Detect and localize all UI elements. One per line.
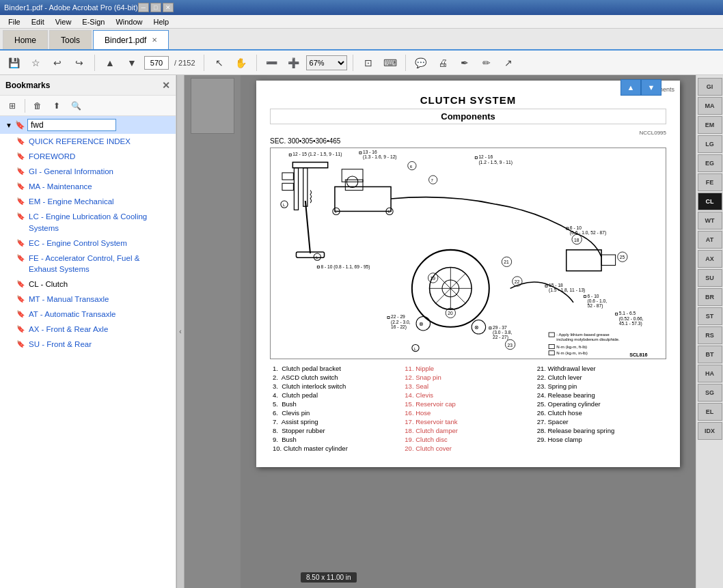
tab-tools[interactable]: Tools	[49, 30, 92, 49]
svg-text:N·m (kg·m, in-lb): N·m (kg·m, in-lb)	[556, 350, 588, 355]
pen2-button[interactable]: ✏	[477, 53, 496, 72]
comment-button[interactable]: 💬	[411, 53, 431, 72]
pdf-page-container[interactable]: ▲ ▼ Components CLUTCH SYSTEM Components …	[241, 75, 696, 588]
sidebar-close-button[interactable]: ✕	[162, 80, 170, 91]
right-btn-el[interactable]: EL	[698, 403, 722, 421]
save-button[interactable]: 💾	[4, 53, 23, 72]
right-btn-br[interactable]: BR	[698, 288, 722, 306]
prev-page-button[interactable]: ▲	[100, 53, 120, 72]
bookmark-label-11: AT - Automatic Transaxle	[29, 309, 115, 320]
zoom-in-button[interactable]: ➕	[284, 53, 303, 72]
part-8: 8. Stopper rubber	[273, 427, 399, 434]
share-button[interactable]: ↗	[499, 53, 518, 72]
sidebar-move-button[interactable]: ⬆	[49, 98, 65, 114]
right-btn-eg[interactable]: EG	[698, 154, 722, 172]
sidebar-add-button[interactable]: ⊞	[4, 98, 21, 114]
thumb-strip	[185, 75, 241, 588]
svg-text:(1.3 - 1.6, 9 - 12): (1.3 - 1.6, 9 - 12)	[363, 154, 397, 160]
nav-up-button[interactable]: ▲	[620, 79, 641, 96]
svg-text:20: 20	[448, 311, 453, 316]
pdf-area: ▲ ▼ Components CLUTCH SYSTEM Components …	[185, 75, 723, 588]
menu-esign[interactable]: E-Sign	[77, 16, 110, 27]
bookmark-icon-5: 🔖	[16, 197, 25, 206]
keyboard-button[interactable]: ⌨	[381, 53, 400, 72]
pen-button[interactable]: ✒	[455, 53, 474, 72]
bookmark-icon-10: 🔖	[16, 294, 25, 304]
right-btn-gi[interactable]: GI	[698, 78, 722, 96]
bookmark-icon-6: 🔖	[16, 212, 25, 221]
bookmark-item-at[interactable]: 🔖 AT - Automatic Transaxle	[0, 307, 176, 322]
bookmark-item-fe[interactable]: 🔖 FE - Accelerator Control, Fuel & Exhau…	[0, 251, 176, 277]
bookmark-item-su[interactable]: 🔖 SU - Front & Rear	[0, 337, 176, 352]
navigate-back-button[interactable]: ↩	[48, 53, 67, 72]
menu-help[interactable]: Help	[148, 16, 175, 27]
close-button[interactable]: ✕	[163, 3, 174, 12]
part-26: 26. Clutch hose	[537, 409, 664, 417]
right-btn-wt[interactable]: WT	[698, 212, 722, 229]
menu-window[interactable]: Window	[110, 16, 148, 27]
right-btn-cl[interactable]: CL	[698, 193, 722, 210]
diagram-id: NCCL0995	[270, 130, 666, 136]
menu-file[interactable]: File	[3, 16, 26, 27]
print-button[interactable]: 🖨	[433, 53, 452, 72]
right-btn-ha[interactable]: HA	[698, 365, 722, 382]
tab-home[interactable]: Home	[3, 30, 48, 49]
bookmark-label-6: LC - Engine Lubrication & Cooling System…	[29, 211, 170, 233]
right-btn-idx[interactable]: IDX	[698, 422, 722, 440]
zoom-out-button[interactable]: ➖	[262, 53, 282, 72]
nav-down-button[interactable]: ▼	[641, 79, 661, 96]
bookmark-item-gi[interactable]: 🔖 GI - General Information	[0, 164, 176, 179]
right-btn-rs[interactable]: RS	[698, 326, 722, 344]
bookmark-item-ax[interactable]: 🔖 AX - Front & Rear Axle	[0, 322, 176, 337]
right-btn-at[interactable]: AT	[698, 231, 722, 249]
next-page-button[interactable]: ▼	[122, 53, 141, 72]
bookmark-icon-9: 🔖	[16, 279, 25, 289]
bookmark-root-input[interactable]	[27, 119, 116, 131]
thumb-page-1	[191, 78, 234, 134]
right-btn-ma[interactable]: MA	[698, 97, 722, 115]
hand-tool-button[interactable]: ✋	[232, 53, 251, 72]
sidebar-search-button[interactable]: 🔍	[68, 98, 84, 114]
sidebar-delete-button[interactable]: 🗑	[29, 98, 46, 114]
bookmark-root-item[interactable]: ▼ 🔖	[0, 116, 176, 134]
zoom-select[interactable]: 67% 50% 75% 100% 125% 150%	[306, 55, 347, 70]
maximize-button[interactable]: □	[150, 3, 161, 12]
minimize-button[interactable]: ─	[138, 3, 149, 12]
right-btn-ax[interactable]: AX	[698, 250, 722, 268]
bookmark-item-foreword[interactable]: 🔖 FOREWORD	[0, 149, 176, 164]
right-btn-em[interactable]: EM	[698, 116, 722, 134]
bookmark-item-mt[interactable]: 🔖 MT - Manual Transaxle	[0, 292, 176, 307]
navigate-forward-button[interactable]: ↪	[70, 53, 89, 72]
right-btn-su[interactable]: SU	[698, 269, 722, 287]
right-btn-fe[interactable]: FE	[698, 173, 722, 191]
collapse-handle[interactable]: ‹	[176, 75, 185, 588]
right-btn-bt[interactable]: BT	[698, 346, 722, 363]
menu-view[interactable]: View	[50, 16, 77, 27]
right-btn-lg[interactable]: LG	[698, 135, 722, 153]
bookmark-item-em[interactable]: 🔖 EM - Engine Mechanical	[0, 194, 176, 209]
fit-width-button[interactable]: ⊡	[359, 53, 378, 72]
title-bar-controls[interactable]: ─ □ ✕	[138, 3, 174, 12]
tab-close-icon[interactable]: ✕	[152, 36, 157, 44]
svg-text:12 - 16: 12 - 16	[478, 154, 493, 159]
bookmark-icon-3: 🔖	[16, 167, 25, 176]
bookmark-item-ec[interactable]: 🔖 EC - Engine Control System	[0, 236, 176, 251]
part-20: 20. Clutch cover	[405, 445, 531, 452]
tab-binder1-label: Binder1.pdf	[105, 36, 146, 45]
diagram-svg: L L 12 - 15 (1.2 - 1.5, 9 - 11) 13 - 16 …	[271, 148, 666, 359]
part-5: 5. Bush	[273, 400, 399, 408]
bookmark-item-cl[interactable]: 🔖 CL - Clutch	[0, 277, 176, 292]
svg-text:6 - 10: 6 - 10	[570, 225, 582, 230]
svg-text:29 - 37: 29 - 37	[493, 325, 507, 330]
right-btn-sg[interactable]: SG	[698, 384, 722, 402]
page-input[interactable]	[144, 56, 169, 70]
bookmark-button[interactable]: ☆	[26, 53, 45, 72]
tab-binder1[interactable]: Binder1.pdf ✕	[93, 30, 169, 49]
bookmark-item-quick[interactable]: 🔖 QUICK REFERENCE INDEX	[0, 134, 176, 149]
bookmark-item-ma[interactable]: 🔖 MA - Maintenance	[0, 179, 176, 194]
menu-edit[interactable]: Edit	[26, 16, 50, 27]
cursor-tool-button[interactable]: ↖	[210, 53, 229, 72]
bookmark-item-lc[interactable]: 🔖 LC - Engine Lubrication & Cooling Syst…	[0, 209, 176, 235]
right-btn-st[interactable]: ST	[698, 307, 722, 325]
svg-text:including molybdenum disulphid: including molybdenum disulphide.	[556, 337, 620, 341]
